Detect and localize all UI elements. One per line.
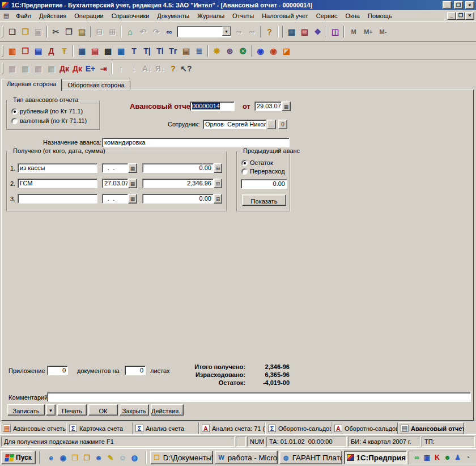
help-doc-icon[interactable]: ?	[167, 62, 180, 75]
new-icon[interactable]: ❏	[6, 25, 19, 38]
save-dropdown-button[interactable]: ▼	[46, 404, 56, 416]
print-button[interactable]: Печать	[57, 404, 87, 416]
subconto-card-icon[interactable]: Тг	[167, 44, 180, 57]
received-amount-input[interactable]: 2,346.96	[142, 179, 214, 188]
web-conf-icon[interactable]: ◉	[267, 44, 280, 57]
memory-plus-button[interactable]: M+	[361, 25, 376, 38]
toolbar-grip[interactable]	[2, 63, 3, 74]
dt-kt-only-icon[interactable]: Дк	[71, 62, 84, 75]
toolbar-grip[interactable]	[2, 26, 3, 37]
save-button[interactable]: Записать	[7, 404, 45, 416]
find-in-list-icon[interactable]: ❖	[311, 25, 324, 38]
cut-icon[interactable]: ✂	[49, 25, 62, 38]
previous-advance-amount[interactable]: 0.00	[241, 179, 287, 189]
pencil-icon[interactable]: ✎	[105, 452, 116, 463]
folder-docs-icon[interactable]: ❒	[70, 452, 80, 463]
doc-date-input[interactable]: 29.03.07	[254, 101, 282, 111]
close-form-button[interactable]: Закрыть	[120, 404, 149, 416]
actions-button[interactable]: Действия...	[151, 404, 184, 416]
show-button[interactable]: Показать	[242, 194, 286, 206]
1c-window-button[interactable]: 1С:Предприятие - ...	[344, 451, 407, 464]
help-icon[interactable]: ?	[263, 25, 276, 38]
calculator-icon[interactable]: ▦	[285, 25, 298, 38]
received-date-input[interactable]: 27.03.07	[102, 179, 128, 188]
copy-icon[interactable]: ❐	[62, 25, 75, 38]
explorer-window-button[interactable]: ❒D:\Документы\мое\2...	[150, 451, 213, 464]
turnover-balance-sheet-icon[interactable]: ▦	[75, 44, 88, 57]
web-support-icon[interactable]: ◉	[254, 44, 267, 57]
chevron-down-icon[interactable]: ▼	[222, 27, 231, 36]
menu-журналы[interactable]: Журналы	[193, 11, 228, 21]
radio-rest[interactable]: Остаток	[241, 159, 273, 166]
calendar-icon[interactable]: ▦	[128, 194, 137, 204]
operation-journal-icon[interactable]: ▥	[6, 44, 19, 57]
subconto-analysis-icon[interactable]: Тl	[154, 44, 167, 57]
formula-calc-icon[interactable]: ▤	[298, 25, 311, 38]
mdi-tab-account-card[interactable]: ΣКарточка счета	[66, 422, 133, 434]
mdi-tab-account-analysis[interactable]: ΣАнализ счета	[133, 422, 199, 434]
green-agent-icon[interactable]: ☻	[443, 453, 452, 462]
doc-number-input[interactable]: 00000014	[190, 101, 235, 111]
radio-ruble-icon[interactable]	[11, 108, 18, 115]
tab-front-side[interactable]: Лицевая сторона	[1, 79, 62, 91]
chess-sheet-icon[interactable]: ▩	[101, 44, 114, 57]
report-diagram-icon[interactable]: ≣	[193, 44, 206, 57]
radio-currency[interactable]: валютный (по Кт 71.11)	[11, 117, 87, 124]
account-turnover-icon[interactable]: ▤	[88, 44, 101, 57]
account-card-icon[interactable]: Т	[128, 44, 141, 57]
globe-icon[interactable]: ◍	[129, 452, 140, 463]
media-player-icon[interactable]: ◉	[58, 452, 69, 463]
calendar-icon[interactable]: ▦	[128, 179, 137, 188]
description-book-icon[interactable]: ◫	[329, 25, 342, 38]
menu-файл[interactable]: Файл	[12, 11, 35, 21]
radio-currency-icon[interactable]	[11, 118, 18, 124]
calendar-icon[interactable]: ▦	[282, 101, 291, 111]
kaspersky-icon[interactable]: K	[433, 453, 442, 462]
minimize-button[interactable]: _	[443, 1, 452, 9]
scheduler-icon[interactable]: ◔	[464, 453, 473, 462]
received-date-input[interactable]: . .	[102, 163, 128, 173]
start-button[interactable]: Пуск	[1, 451, 36, 464]
account-analysis-icon[interactable]: Т|	[141, 44, 154, 57]
exit-key-icon[interactable]: ⌂	[124, 25, 137, 38]
mdi-close-button[interactable]: ×	[465, 12, 474, 20]
chart-of-accounts-icon[interactable]: ❒	[19, 44, 32, 57]
guidebook-icon[interactable]: ❂	[236, 44, 249, 57]
folder-archive-icon[interactable]: ❒	[82, 452, 92, 463]
user-icon[interactable]: ☻	[94, 452, 104, 463]
antivirus-mask-icon[interactable]: ∞	[413, 453, 422, 462]
open-icon[interactable]: ❒	[19, 25, 32, 38]
user-status-icon[interactable]: ♟	[453, 453, 462, 462]
ok-button[interactable]: ОК	[88, 404, 118, 416]
operation-e-icon[interactable]: Е+	[84, 62, 97, 75]
menu-операции[interactable]: Операции	[70, 11, 107, 21]
radio-ruble[interactable]: рублевый (по Кт 71.1)	[11, 108, 83, 115]
calculator-icon[interactable]: ⊞	[214, 194, 222, 204]
paste-icon[interactable]: ▤	[75, 25, 88, 38]
received-date-input[interactable]: . .	[102, 194, 128, 204]
received-amount-input[interactable]: 0.00	[142, 194, 214, 204]
calculator-icon[interactable]: ⊞	[214, 163, 222, 173]
advisor-icon[interactable]: ❋	[210, 44, 223, 57]
documents-icon[interactable]: Д	[45, 44, 58, 57]
menu-окна[interactable]: Окна	[341, 11, 364, 21]
employee-open-button[interactable]: 0	[278, 120, 287, 129]
radio-overspend[interactable]: Перерасход	[241, 168, 285, 175]
mdi-tab-advance-reports[interactable]: ▤Авансовые отчеты (...	[0, 422, 66, 434]
menu-документы[interactable]: Документы	[153, 11, 193, 21]
video-lesson-icon[interactable]: ⊛	[223, 44, 236, 57]
document-journals-icon[interactable]: ▤	[32, 44, 45, 57]
network-agent-icon[interactable]: ▣	[423, 453, 432, 462]
garant-window-button[interactable]: ◍ГАРАНТ Платформа ...	[279, 451, 342, 464]
go-to-document-icon[interactable]: ⇥	[97, 62, 110, 75]
menu-справочники[interactable]: Справочники	[108, 11, 154, 21]
mdi-restore-button[interactable]: ❐	[456, 12, 465, 20]
purpose-input[interactable]: командировка	[102, 138, 290, 147]
word-window-button[interactable]: Wработа - Microsoft W...	[215, 451, 278, 464]
menu-сервис[interactable]: Сервис	[312, 11, 342, 21]
memory-minus-button[interactable]: M-	[376, 25, 390, 38]
mdi-system-icon[interactable]: ▤	[2, 12, 11, 20]
received-from-input[interactable]: ГСМ	[18, 179, 97, 188]
attachment-sheets-input[interactable]: 0	[125, 366, 146, 375]
received-from-input[interactable]: из кассы	[18, 163, 97, 173]
